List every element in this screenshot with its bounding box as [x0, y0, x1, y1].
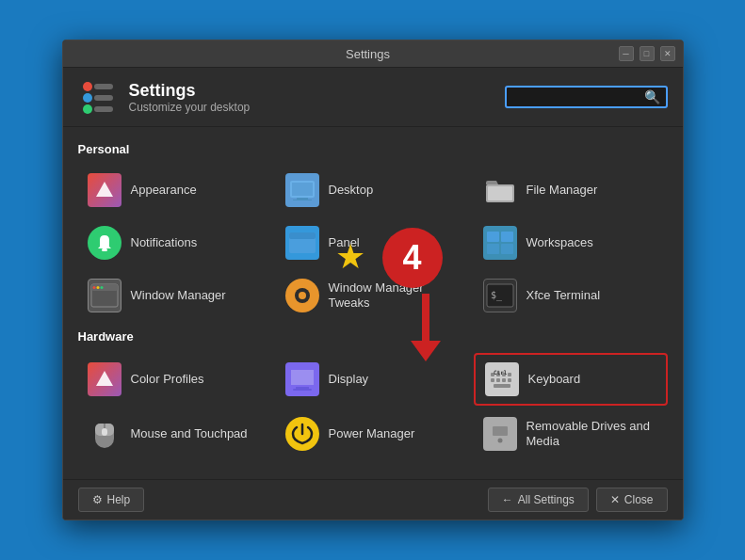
svg-rect-5 — [94, 106, 113, 112]
colorprofiles-icon — [88, 362, 121, 396]
mouse-item[interactable]: Mouse and Touchpad — [78, 409, 272, 458]
desktop-item[interactable]: Desktop — [276, 166, 470, 215]
arrow-left-icon: ← — [502, 493, 513, 506]
minimize-button[interactable]: ─ — [619, 46, 634, 61]
settings-logo-icon — [78, 77, 118, 117]
removable-label: Removable Drives and Media — [526, 419, 658, 448]
all-settings-button[interactable]: ← All Settings — [488, 488, 589, 512]
filemanager-item[interactable]: File Manager — [474, 166, 668, 215]
main-content: Personal Appearance Desktop — [63, 127, 683, 479]
search-icon[interactable]: 🔍 — [644, 89, 660, 104]
svg-point-2 — [83, 104, 92, 114]
svg-point-24 — [100, 286, 103, 289]
appearance-icon — [88, 173, 121, 207]
display-item[interactable]: Display — [276, 353, 470, 406]
mouse-icon — [88, 417, 121, 451]
filemanager-icon — [483, 173, 517, 207]
terminal-label: Xfce Terminal — [526, 288, 601, 303]
svg-rect-31 — [296, 387, 309, 389]
svg-rect-48 — [102, 428, 107, 436]
svg-rect-41 — [502, 378, 506, 382]
footer: ⚙ Help ← All Settings ✕ Close — [63, 479, 683, 520]
titlebar-buttons: ─ □ ✕ — [619, 46, 675, 61]
terminal-icon: $_ — [483, 279, 517, 312]
appearance-label: Appearance — [131, 183, 197, 198]
personal-grid: Appearance Desktop File Manager — [78, 166, 668, 320]
power-label: Power Manager — [329, 426, 415, 441]
removable-icon — [483, 417, 517, 451]
mouse-label: Mouse and Touchpad — [131, 426, 248, 441]
search-input[interactable] — [512, 90, 644, 104]
svg-rect-43 — [494, 384, 510, 388]
keyboard-label: Keyboard — [528, 372, 581, 387]
notifications-icon — [88, 226, 121, 260]
workspaces-icon — [483, 226, 517, 260]
removable-item[interactable]: Removable Drives and Media — [474, 409, 668, 458]
footer-left: ⚙ Help — [78, 488, 145, 512]
svg-rect-39 — [491, 378, 494, 382]
svg-text:$_: $_ — [491, 290, 503, 301]
titlebar: Settings ─ □ ✕ — [63, 40, 683, 68]
workspaces-label: Workspaces — [526, 235, 593, 250]
svg-rect-51 — [493, 426, 508, 436]
notifications-item[interactable]: Notifications — [78, 218, 272, 267]
maximize-button[interactable]: □ — [640, 46, 655, 61]
svg-rect-32 — [293, 389, 312, 391]
svg-point-27 — [299, 292, 306, 299]
svg-rect-13 — [102, 248, 107, 251]
settings-window: Settings ─ □ ✕ Settings — [62, 40, 684, 520]
svg-rect-16 — [487, 232, 499, 242]
svg-rect-19 — [501, 244, 513, 254]
keyboard-icon: Ctrl — [485, 362, 519, 396]
svg-text:Ctrl: Ctrl — [494, 369, 508, 376]
panel-icon — [285, 226, 319, 260]
colorprofiles-item[interactable]: Color Profiles — [78, 353, 272, 406]
app-title: Settings — [129, 81, 251, 101]
close-button[interactable]: ✕ — [660, 46, 675, 61]
hardware-grid: Color Profiles Display Ctrl Keyboard — [78, 353, 668, 458]
header-left: Settings Customize your desktop — [78, 77, 251, 117]
hardware-section-label: Hardware — [78, 329, 668, 344]
svg-rect-40 — [496, 378, 500, 382]
wmtweaks-icon — [285, 279, 319, 312]
svg-rect-8 — [293, 200, 312, 200]
svg-point-52 — [497, 439, 502, 443]
desktop-icon — [285, 173, 319, 207]
svg-rect-42 — [508, 378, 511, 382]
workspaces-item[interactable]: Workspaces — [474, 218, 668, 267]
windowmanager-icon — [88, 279, 121, 312]
notifications-label: Notifications — [131, 235, 198, 250]
power-item[interactable]: Power Manager — [276, 409, 470, 458]
svg-rect-3 — [94, 84, 113, 89]
svg-rect-17 — [501, 232, 513, 242]
windowmanager-item[interactable]: Window Manager — [78, 271, 272, 320]
wmtweaks-item[interactable]: Window Manager Tweaks — [276, 271, 470, 320]
svg-rect-18 — [487, 244, 499, 254]
wmtweaks-label: Window Manager Tweaks — [329, 280, 461, 310]
svg-point-23 — [96, 286, 99, 289]
terminal-item[interactable]: $_ Xfce Terminal — [474, 271, 668, 320]
close-icon: ✕ — [610, 493, 620, 506]
close-button[interactable]: ✕ Close — [596, 488, 668, 512]
window-title: Settings — [118, 47, 619, 61]
annotation-star: ★ — [335, 237, 365, 277]
svg-rect-9 — [292, 183, 313, 196]
appearance-item[interactable]: Appearance — [78, 166, 272, 215]
keyboard-item[interactable]: Ctrl Keyboard — [474, 353, 668, 406]
svg-point-1 — [83, 93, 92, 103]
svg-rect-11 — [488, 186, 512, 200]
help-button[interactable]: ⚙ Help — [78, 488, 145, 512]
display-icon — [285, 362, 319, 396]
svg-rect-15 — [289, 232, 316, 239]
svg-rect-33 — [291, 370, 314, 385]
header: Settings Customize your desktop 🔍 — [63, 68, 683, 127]
annotation-circle: 4 — [382, 228, 443, 288]
svg-point-22 — [92, 286, 95, 289]
power-icon — [285, 417, 319, 451]
search-box[interactable]: 🔍 — [505, 86, 668, 108]
svg-rect-7 — [297, 198, 308, 200]
help-icon: ⚙ — [92, 493, 103, 506]
display-label: Display — [329, 372, 369, 387]
svg-rect-38 — [508, 373, 511, 376]
svg-rect-4 — [94, 95, 113, 101]
